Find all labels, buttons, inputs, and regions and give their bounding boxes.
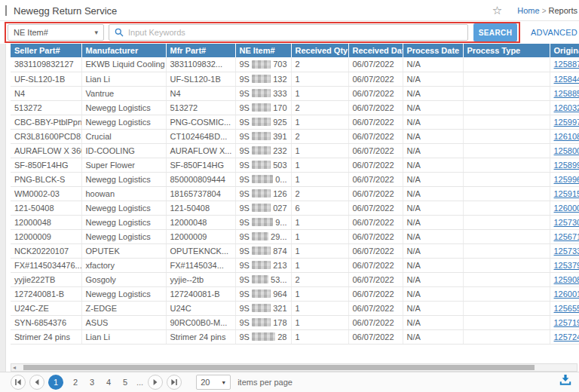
original-number-link[interactable]: 1260003 — [554, 204, 579, 213]
search-field-dropdown[interactable]: NE Item# ▾ — [8, 24, 104, 41]
advanced-search-link[interactable]: ADVANCED SEARCH — [531, 28, 579, 37]
cell-seller-part: 127240081-B — [11, 286, 81, 301]
search-field-value: NE Item# — [14, 28, 48, 37]
original-number-link[interactable]: 1259081 — [554, 275, 579, 284]
col-header-process-date[interactable]: Process Date — [403, 44, 463, 57]
original-number-link[interactable]: 1257243 — [554, 332, 579, 341]
original-number-link[interactable]: 1257330 — [554, 247, 579, 256]
table-row[interactable]: PNG-BLCK-S Newegg Logistics 850000809444… — [11, 172, 579, 186]
cell-process-date: N/A — [403, 272, 463, 286]
previous-page-button[interactable] — [29, 375, 44, 390]
redaction-blur — [252, 132, 271, 140]
original-number-link[interactable]: 1259155 — [554, 189, 579, 198]
original-number-link[interactable]: 1258998 — [554, 161, 579, 170]
original-number-link[interactable]: 1256710 — [554, 232, 579, 241]
page-number-button[interactable]: 2 — [70, 378, 81, 387]
cell-mfr-part: 121-50408 — [166, 201, 235, 215]
current-page-button[interactable]: 1 — [48, 375, 63, 390]
cell-received-date: 06/07/2022 — [348, 57, 403, 72]
page-number-button[interactable]: 3 — [87, 378, 97, 387]
original-number-link[interactable]: 1258851 — [554, 89, 579, 98]
col-header-manufacturer[interactable]: Manufacturer — [81, 44, 166, 57]
col-header-ne-item[interactable]: NE Item# — [235, 44, 291, 57]
table-row[interactable]: SYN-6854376 ASUS 90RC00B0-M... 9S 178 1 … — [11, 315, 579, 329]
table-row[interactable]: FX#1145034476... xfactory FX#1145034... … — [11, 258, 579, 272]
original-number-link[interactable]: 1259972 — [554, 118, 579, 127]
cell-mfr-part: SF-850F14HG — [166, 158, 235, 172]
table-row[interactable]: U24C-ZE Z-EDGE U24C 9S 321 1 06/07/2022 — [11, 301, 579, 315]
original-number-link[interactable]: 1256553 — [554, 304, 579, 313]
cell-mfr-part: PNG-COSMIC... — [166, 115, 235, 129]
next-page-button[interactable] — [148, 375, 163, 390]
cell-process-type — [463, 229, 550, 243]
redaction-blur — [252, 103, 271, 112]
original-number-link[interactable]: 1257306 — [554, 218, 579, 227]
ne-item-prefix: 9S — [240, 204, 250, 213]
cell-original: 1258851 — [550, 86, 579, 100]
original-number-link[interactable]: 1253795 — [554, 261, 579, 270]
original-number-link[interactable]: 1260320 — [554, 103, 579, 112]
table-row[interactable]: CBC-BBY-PtblPpn... Newegg Logistics PNG-… — [11, 115, 579, 129]
cell-mfr-part: N4 — [166, 86, 235, 100]
cell-original: 1257330 — [550, 243, 579, 258]
export-download-button[interactable] — [559, 375, 571, 389]
original-number-link[interactable]: 1260016 — [554, 289, 579, 299]
table-row[interactable]: 127240081-B Newegg Logistics 127240081-B… — [11, 286, 579, 301]
table-row[interactable]: 513272 Newegg Logistics 513272 9S 170 2 … — [11, 100, 579, 115]
favorite-star-icon[interactable]: ☆ — [492, 5, 502, 16]
table-row[interactable]: 12000048 Newegg Logistics 12000048 9S 9.… — [11, 215, 579, 229]
table-row[interactable]: WM0002-03 hoowan 18165737804 9S 126 2 06… — [11, 186, 579, 201]
original-number-link[interactable]: 1258002 — [554, 146, 579, 155]
items-per-page-dropdown[interactable]: 20 ▼ — [196, 375, 231, 390]
cell-process-type — [463, 172, 550, 186]
returns-grid: Seller Part# Manufacturer Mfr Part# NE I… — [11, 44, 579, 345]
original-number-link[interactable]: 1257193 — [554, 318, 579, 327]
cell-seller-part: AURAFLOW X 360 — [11, 143, 81, 158]
col-header-seller-part[interactable]: Seller Part# — [11, 44, 81, 57]
cell-process-date: N/A — [403, 100, 463, 115]
table-row[interactable]: UF-SL120-1B Lian Li UF-SL120-1B 9S 132 1… — [11, 72, 579, 86]
title-marker-bar — [5, 5, 7, 16]
cell-manufacturer: Lian Li — [81, 329, 166, 344]
ne-item-prefix: 9S — [240, 261, 250, 270]
cell-ne-item: 9S 29... — [235, 229, 291, 243]
last-page-button[interactable] — [167, 375, 182, 390]
table-row[interactable]: AURAFLOW X 360 ID-COOLING AURAFLOW X... … — [11, 143, 579, 158]
table-row[interactable]: N4 Vantrue N4 9S 333 1 06/07/2022 N — [11, 86, 579, 100]
page-number-button[interactable]: 5 — [120, 378, 130, 387]
table-row[interactable]: 3831109832127 EKWB Liquid Cooling 383110… — [11, 57, 579, 72]
cell-process-date: N/A — [403, 129, 463, 143]
cell-process-type — [463, 286, 550, 301]
cell-mfr-part: 12000009 — [166, 229, 235, 243]
table-row[interactable]: yyjie222TB Gosgoly yyjie--2tb 9S 53... 2… — [11, 272, 579, 286]
table-row[interactable]: Strimer 24 pins Lian Li Strimer 24 pins … — [11, 329, 579, 344]
scrollbar-thumb[interactable] — [23, 365, 535, 370]
cell-manufacturer: Vantrue — [81, 86, 166, 100]
cell-ne-item: 9S 178 — [235, 315, 291, 329]
breadcrumb-home-link[interactable]: Home — [517, 6, 539, 15]
search-button[interactable]: SEARCH — [473, 23, 517, 41]
cell-process-date: N/A — [403, 143, 463, 158]
cell-mfr-part: 90RC00B0-M... — [166, 315, 235, 329]
original-number-link[interactable]: 1261080 — [554, 132, 579, 141]
table-row[interactable]: 12000009 Newegg Logistics 12000009 9S 29… — [11, 229, 579, 243]
col-header-mfr-part[interactable]: Mfr Part# — [166, 44, 235, 57]
keyword-search-input[interactable]: Input Keywords — [109, 24, 468, 41]
original-number-link[interactable]: 1258879 — [554, 60, 579, 69]
horizontal-scrollbar[interactable]: ◂ — [11, 363, 577, 372]
original-number-link[interactable]: 1259968 — [554, 175, 579, 184]
table-row[interactable]: NCK20220107 OPUTEK OPUTEKNCK... 9S 874 1… — [11, 243, 579, 258]
original-number-link[interactable]: 1258448 — [554, 75, 579, 84]
first-page-button[interactable] — [11, 375, 26, 390]
table-row[interactable]: 121-50408 Newegg Logistics 121-50408 9S … — [11, 201, 579, 215]
col-header-process-type[interactable]: Process Type — [463, 44, 550, 57]
col-header-received-date[interactable]: Received Date — [348, 44, 403, 57]
page-number-button[interactable]: 4 — [103, 378, 114, 387]
scroll-left-arrow-icon[interactable]: ◂ — [13, 364, 16, 371]
col-header-received-qty[interactable]: Received Qty — [291, 44, 348, 57]
items-per-page-label: items per page — [237, 378, 293, 387]
col-header-original[interactable]: Original — [550, 44, 579, 57]
table-row[interactable]: CR3L81600PCD8... Crucial CT102464BD... 9… — [11, 129, 579, 143]
table-row[interactable]: SF-850F14HG Super Flower SF-850F14HG 9S … — [11, 158, 579, 172]
cell-seller-part: UF-SL120-1B — [11, 72, 81, 86]
